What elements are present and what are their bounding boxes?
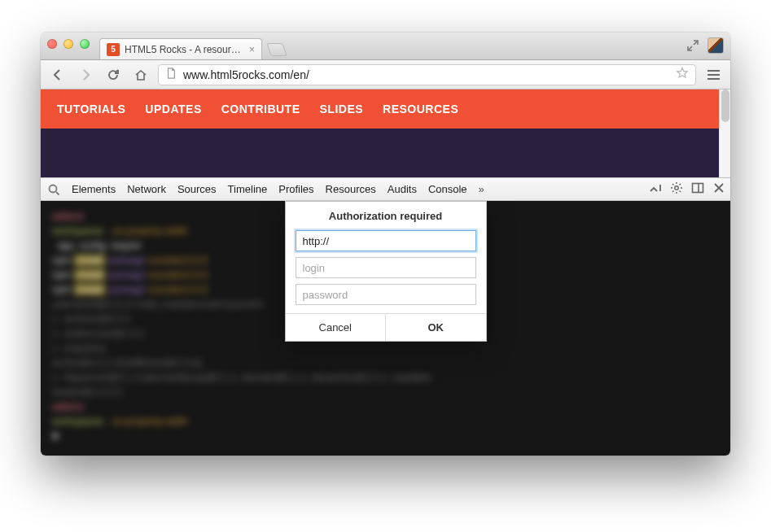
html5-favicon-icon bbox=[107, 43, 120, 56]
show-drawer-icon[interactable] bbox=[649, 181, 662, 197]
devtools-tab-audits[interactable]: Audits bbox=[388, 183, 417, 195]
svg-rect-2 bbox=[693, 184, 703, 193]
bookmark-star-icon[interactable] bbox=[676, 67, 689, 82]
fullscreen-icon[interactable] bbox=[686, 39, 699, 52]
site-nav: TUTORIALS UPDATES CONTRIBUTE SLIDES RESO… bbox=[41, 89, 730, 129]
minimize-window-icon[interactable] bbox=[64, 39, 73, 49]
svg-point-1 bbox=[675, 186, 678, 190]
back-button[interactable] bbox=[47, 65, 68, 85]
nav-item-contribute[interactable]: CONTRIBUTE bbox=[221, 102, 300, 116]
close-window-icon[interactable] bbox=[47, 39, 57, 49]
close-devtools-icon[interactable] bbox=[712, 181, 725, 197]
devtools-tab-console[interactable]: Console bbox=[428, 183, 467, 195]
nav-item-updates[interactable]: UPDATES bbox=[145, 102, 201, 116]
dock-side-icon[interactable] bbox=[691, 181, 704, 197]
tab-title: HTML5 Rocks - A resource... bbox=[125, 44, 244, 55]
page-scrollbar[interactable] bbox=[719, 89, 730, 177]
browser-toolbar: www.html5rocks.com/en/ bbox=[41, 60, 730, 89]
devtools-tabbar: Elements Network Sources Timeline Profil… bbox=[41, 178, 730, 201]
devtools-tab-resources[interactable]: Resources bbox=[326, 183, 376, 195]
nav-item-slides[interactable]: SLIDES bbox=[320, 102, 364, 116]
nav-item-resources[interactable]: RESOURCES bbox=[383, 102, 458, 116]
chrome-menu-button[interactable] bbox=[703, 65, 724, 85]
devtools-tab-timeline[interactable]: Timeline bbox=[228, 183, 268, 195]
devtools-tab-profiles[interactable]: Profiles bbox=[278, 183, 313, 195]
auth-modal: Authorization required Cancel OK bbox=[285, 201, 487, 342]
nav-item-tutorials[interactable]: TUTORIALS bbox=[57, 102, 125, 116]
address-bar[interactable]: www.html5rocks.com/en/ bbox=[158, 64, 696, 85]
inspect-icon[interactable] bbox=[47, 183, 60, 196]
profile-avatar[interactable] bbox=[707, 37, 724, 54]
svg-point-0 bbox=[50, 185, 57, 192]
cancel-button[interactable]: Cancel bbox=[286, 314, 387, 341]
browser-window: HTML5 Rocks - A resource... × bbox=[41, 33, 730, 456]
page-icon bbox=[165, 68, 177, 81]
auth-url-input[interactable] bbox=[296, 230, 476, 251]
forward-button[interactable] bbox=[75, 65, 96, 85]
ok-button[interactable]: OK bbox=[386, 314, 486, 341]
devtools-body: addons workspaces un-property-width app … bbox=[41, 201, 730, 456]
new-tab-button[interactable] bbox=[266, 43, 287, 56]
devtools-tab-elements[interactable]: Elements bbox=[72, 183, 116, 195]
browser-tab[interactable]: HTML5 Rocks - A resource... × bbox=[99, 38, 262, 59]
url-text: www.html5rocks.com/en/ bbox=[183, 68, 669, 81]
devtools-panel: Elements Network Sources Timeline Profil… bbox=[41, 177, 730, 456]
devtools-tab-network[interactable]: Network bbox=[127, 183, 166, 195]
devtools-tab-sources[interactable]: Sources bbox=[177, 183, 217, 195]
auth-password-input[interactable] bbox=[296, 284, 476, 305]
hero-banner bbox=[41, 129, 730, 177]
close-tab-icon[interactable]: × bbox=[249, 44, 255, 55]
home-button[interactable] bbox=[130, 65, 151, 85]
settings-gear-icon[interactable] bbox=[670, 181, 683, 197]
modal-title: Authorization required bbox=[286, 202, 486, 230]
auth-login-input[interactable] bbox=[296, 257, 476, 278]
tab-strip: HTML5 Rocks - A resource... × bbox=[41, 33, 730, 60]
window-controls bbox=[47, 33, 90, 59]
zoom-window-icon[interactable] bbox=[80, 39, 90, 49]
devtools-overflow-icon[interactable]: » bbox=[479, 183, 484, 195]
reload-button[interactable] bbox=[103, 65, 124, 85]
page-content: TUTORIALS UPDATES CONTRIBUTE SLIDES RESO… bbox=[41, 89, 730, 177]
